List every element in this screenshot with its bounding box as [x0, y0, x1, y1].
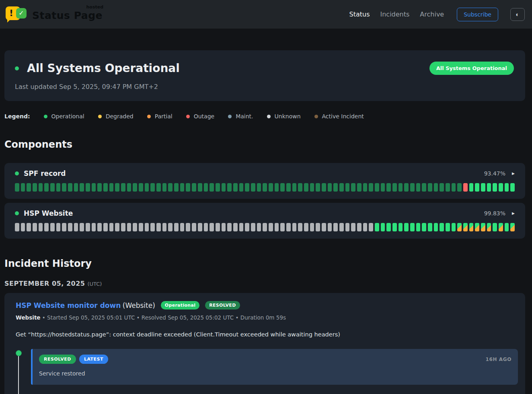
uptime-bar	[298, 183, 302, 192]
uptime-bar	[103, 183, 108, 192]
uptime-bar	[227, 183, 232, 192]
uptime-bar	[180, 183, 185, 192]
uptime-bar	[68, 183, 72, 192]
uptime-bar	[363, 183, 368, 192]
uptime-bar	[109, 183, 114, 192]
brand-logo-icon: ! ✓	[6, 5, 28, 24]
uptime-bar	[168, 183, 173, 192]
uptime-bar	[328, 223, 332, 231]
app-header: ! ✓ Status Page hosted Status Incidents …	[0, 0, 532, 29]
uptime-bar	[74, 223, 78, 231]
uptime-bar	[269, 223, 273, 231]
legend-item-active-incident: Active Incident	[314, 113, 364, 120]
timezone-suffix: (UTC)	[87, 281, 102, 287]
uptime-bars	[15, 183, 515, 192]
incident-meta: Website • Started Sep 05, 2025 05:01 UTC…	[12, 314, 518, 321]
uptime-bar	[475, 183, 479, 192]
uptime-bar	[363, 223, 368, 231]
check-icon: ✓	[16, 8, 27, 19]
nav-archive[interactable]: Archive	[420, 10, 444, 18]
uptime-bar	[168, 223, 173, 231]
uptime-bar	[92, 223, 96, 231]
update-time: 16H AGO	[486, 357, 511, 362]
uptime-bar	[86, 183, 90, 192]
uptime-bar	[92, 183, 96, 192]
uptime-bar	[428, 223, 432, 231]
uptime-bar	[487, 223, 491, 231]
legend-item-unknown: Unknown	[267, 113, 301, 120]
expand-arrow-icon[interactable]: ▶	[512, 211, 515, 215]
uptime-bar	[251, 183, 255, 192]
timeline-update-resolved: RESOLVED LATEST 16H AGO Service restored	[16, 349, 518, 385]
incident-history-heading: Incident History	[4, 258, 525, 269]
bubble-tail-icon	[7, 19, 11, 23]
nav-incidents[interactable]: Incidents	[380, 10, 409, 18]
uptime-bar	[74, 183, 78, 192]
incident-title-link[interactable]: HSP Website monitor down	[16, 301, 121, 309]
uptime-bar	[404, 183, 409, 192]
uptime-percentage: 93.47%	[484, 170, 505, 177]
uptime-bar	[145, 183, 149, 192]
expand-arrow-icon[interactable]: ▶	[512, 171, 515, 175]
uptime-bar	[50, 223, 55, 231]
component-status-badge: Operational	[161, 301, 199, 309]
theme-toggle-button[interactable]: ◐	[510, 8, 525, 21]
uptime-bar	[275, 183, 279, 192]
uptime-bar	[233, 183, 238, 192]
uptime-bar	[345, 223, 350, 231]
uptime-bar	[210, 223, 214, 231]
uptime-bar	[505, 183, 509, 192]
legend-item-operational: Operational	[44, 113, 84, 120]
uptime-bar	[80, 183, 84, 192]
uptime-bar	[333, 223, 338, 231]
uptime-bar	[174, 223, 179, 231]
uptime-bar	[216, 183, 220, 192]
uptime-bar	[263, 183, 267, 192]
uptime-bar	[186, 223, 190, 231]
uptime-bar	[222, 183, 226, 192]
incident-state-badge: RESOLVED	[205, 301, 240, 309]
uptime-bar	[510, 223, 515, 231]
uptime-bar	[434, 183, 438, 192]
component-name: SPF record	[24, 169, 66, 177]
uptime-bar	[440, 223, 444, 231]
status-legend: Legend: Operational Degraded Partial Out…	[4, 113, 525, 120]
incident-timeline: RESOLVED LATEST 16H AGO Service restored…	[12, 349, 518, 394]
latest-badge: LATEST	[79, 355, 108, 364]
uptime-bar	[304, 183, 308, 192]
latest-update-box: RESOLVED LATEST 16H AGO Service restored	[31, 349, 518, 385]
uptime-bar	[280, 183, 285, 192]
legend-item-degraded: Degraded	[98, 113, 134, 120]
uptime-bar	[174, 183, 179, 192]
uptime-bar	[80, 223, 84, 231]
uptime-bar	[162, 183, 167, 192]
update-text: Service restored	[39, 370, 511, 377]
uptime-bar	[322, 223, 326, 231]
uptime-bar	[245, 183, 249, 192]
overall-status-title: All Systems Operational	[27, 62, 180, 75]
uptime-bar	[286, 183, 291, 192]
uptime-bar	[469, 183, 474, 192]
uptime-bar	[15, 223, 19, 231]
brand: ! ✓ Status Page hosted	[6, 5, 103, 24]
uptime-bar	[416, 223, 421, 231]
uptime-bar	[86, 223, 90, 231]
uptime-bar	[50, 183, 55, 192]
uptime-bar	[210, 183, 214, 192]
uptime-bar	[233, 223, 238, 231]
uptime-bar	[434, 223, 438, 231]
legend-dot-operational	[44, 115, 47, 118]
main-nav: Status Incidents Archive Subscribe ◐	[349, 8, 525, 21]
subscribe-button[interactable]: Subscribe	[457, 8, 498, 21]
resolved-badge: RESOLVED	[39, 355, 76, 364]
uptime-bar	[316, 183, 320, 192]
uptime-bar	[269, 183, 273, 192]
uptime-bar	[204, 223, 208, 231]
legend-dot-unknown	[267, 115, 271, 118]
incident-service-name: Website	[16, 314, 41, 321]
uptime-bar	[222, 223, 226, 231]
uptime-bar	[39, 183, 43, 192]
uptime-bar	[204, 183, 208, 192]
nav-status[interactable]: Status	[349, 10, 370, 18]
uptime-bar	[487, 183, 491, 192]
